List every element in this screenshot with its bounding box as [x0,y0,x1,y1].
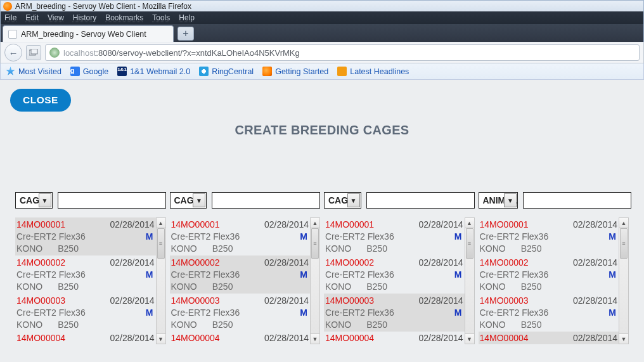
record-card[interactable]: 14MO0000302/28/2014Cre-ERT2 Flex36MKONOB… [324,294,465,332]
scroll-track[interactable] [619,228,628,333]
room-label: B250 [521,320,542,330]
sex-label: M [300,231,309,242]
pi-label: KONO [16,243,42,254]
scrollbar[interactable]: ▲▼ [156,217,166,344]
column-header: CAGE▼ [324,192,475,209]
scroll-down-icon[interactable]: ▼ [157,333,165,344]
nav-toolbar: ← localhost:8080/servoy-webclient/?x=xnt… [0,42,644,63]
record-card[interactable]: 14MO0000202/28/2014Cre-ERT2 Flex36MKONOB… [479,255,619,294]
record-list: 14MO0000102/28/2014Cre-ERT2 Flex36MKONOB… [479,217,619,344]
google-icon: g [70,67,80,76]
scroll-up-icon[interactable]: ▲ [311,218,319,228]
record-card[interactable]: 14MO0000102/28/2014Cre-ERT2 Flex36MKONOB… [15,217,156,255]
animal-id: 14MO00004 [325,333,374,343]
list-wrap: 14MO0000102/28/2014Cre-ERT2 Flex36MKONOB… [324,217,475,344]
sex-label: M [146,307,155,318]
search-mode-dropdown[interactable]: CAGE▼ [324,192,361,209]
site-identity-button[interactable] [26,45,41,60]
record-card[interactable]: 14MO0000202/28/2014Cre-ERT2 Flex36MKONOB… [324,255,465,294]
record-card[interactable]: 14MO0000302/28/2014Cre-ERT2 Flex36MKONOB… [15,294,156,332]
scroll-up-icon[interactable]: ▲ [619,218,628,228]
strain-label: Cre-ERT2 Flex36 [480,231,549,242]
search-mode-dropdown[interactable]: CAGE▼ [170,192,207,209]
search-input[interactable] [58,192,166,209]
record-card-partial[interactable]: 14MO0000402/28/2014 [479,332,619,344]
scroll-down-icon[interactable]: ▼ [465,333,474,344]
menu-bookmarks[interactable]: Bookmarks [105,13,143,22]
record-card[interactable]: 14MO0000302/28/2014Cre-ERT2 Flex36MKONOB… [479,294,619,332]
record-date: 02/28/2014 [264,257,309,268]
scroll-up-icon[interactable]: ▲ [157,218,165,228]
new-tab-button[interactable]: + [177,27,194,41]
scroll-thumb[interactable] [311,228,319,259]
record-date: 02/28/2014 [573,333,617,343]
record-card-partial[interactable]: 14MO0000402/28/2014 [324,332,465,344]
record-card-partial[interactable]: 14MO0000402/28/2014 [170,332,311,344]
bookmark-latest-headlines[interactable]: Latest Headlines [337,67,409,76]
search-mode-dropdown[interactable]: ANIMAL▼ [479,192,518,209]
pi-label: KONO [171,320,197,330]
menu-edit[interactable]: Edit [25,13,39,22]
room-label: B250 [212,243,233,254]
record-card[interactable]: 14MO0000202/28/2014Cre-ERT2 Flex36MKONOB… [15,255,156,294]
scroll-down-icon[interactable]: ▼ [311,333,319,344]
scroll-up-icon[interactable]: ▲ [465,218,474,228]
window-titlebar[interactable]: ARM_breeding - Servoy Web Client - Mozil… [0,0,644,11]
record-card[interactable]: 14MO0000102/28/2014Cre-ERT2 Flex36MKONOB… [170,217,311,255]
bookmark-getting-started[interactable]: Getting Started [262,67,328,76]
page-icon [8,30,17,39]
bookmark-ringcentral[interactable]: RingCentral [199,67,254,76]
scroll-thumb[interactable] [466,228,473,259]
menu-tools[interactable]: Tools [152,13,170,22]
search-mode-dropdown[interactable]: CAGE▼ [15,192,53,209]
menu-help[interactable]: Help [179,13,195,22]
back-button[interactable]: ← [4,44,22,61]
scrollbar[interactable]: ▲▼ [465,217,475,344]
bookmark-most-visited[interactable]: Most Visited [6,67,61,76]
search-input[interactable] [212,192,320,209]
scroll-track[interactable] [311,228,319,333]
url-bar[interactable]: localhost:8080/servoy-webclient/?x=xntdK… [45,44,640,61]
tab-active[interactable]: ARM_breeding - Servoy Web Client [3,25,174,42]
chevron-down-icon: ▼ [193,193,205,207]
sex-label: M [300,269,309,280]
menu-history[interactable]: History [73,13,96,22]
url-host: localhost [63,48,96,58]
record-date: 02/28/2014 [573,295,617,306]
record-card[interactable]: 14MO0000102/28/2014Cre-ERT2 Flex36MKONOB… [324,217,465,255]
record-card-partial[interactable]: 14MO0000402/28/2014 [15,332,156,344]
bookmark-1and1[interactable]: 1&11&1 Webmail 2.0 [117,67,190,76]
record-card[interactable]: 14MO0000202/28/2014Cre-ERT2 Flex36MKONOB… [170,255,311,294]
search-input[interactable] [366,192,475,209]
scroll-track[interactable] [465,228,474,333]
record-date: 02/28/2014 [110,295,154,306]
room-label: B250 [58,320,79,330]
scroll-track[interactable] [157,228,165,333]
columns-container: CAGE▼14MO0000102/28/2014Cre-ERT2 Flex36M… [10,192,634,344]
close-button[interactable]: CLOSE [10,89,71,112]
record-card[interactable]: 14MO0000302/28/2014Cre-ERT2 Flex36MKONOB… [170,294,311,332]
pi-label: KONO [480,243,506,254]
record-list: 14MO0000102/28/2014Cre-ERT2 Flex36MKONOB… [170,217,311,344]
menu-file[interactable]: File [4,13,16,22]
chevron-down-icon: ▼ [504,193,517,207]
record-date: 02/28/2014 [264,219,309,229]
menu-view[interactable]: View [48,13,64,22]
sex-label: M [146,231,155,242]
search-input[interactable] [523,192,631,209]
scroll-down-icon[interactable]: ▼ [619,333,628,344]
strain-label: Cre-ERT2 Flex36 [325,269,394,280]
tab-label: ARM_breeding - Servoy Web Client [21,30,146,39]
scroll-thumb[interactable] [157,228,165,259]
scroll-thumb[interactable] [620,228,628,259]
strain-label: Cre-ERT2 Flex36 [171,231,240,242]
tab-strip: ARM_breeding - Servoy Web Client + [0,24,644,42]
bookmark-google[interactable]: gGoogle [70,67,108,76]
scrollbar[interactable]: ▲▼ [310,217,320,344]
room-label: B250 [366,320,387,330]
strain-label: Cre-ERT2 Flex36 [325,307,394,318]
scrollbar[interactable]: ▲▼ [619,217,629,344]
record-card[interactable]: 14MO0000102/28/2014Cre-ERT2 Flex36MKONOB… [479,217,619,255]
pi-label: KONO [325,320,351,330]
pi-label: KONO [171,243,197,254]
